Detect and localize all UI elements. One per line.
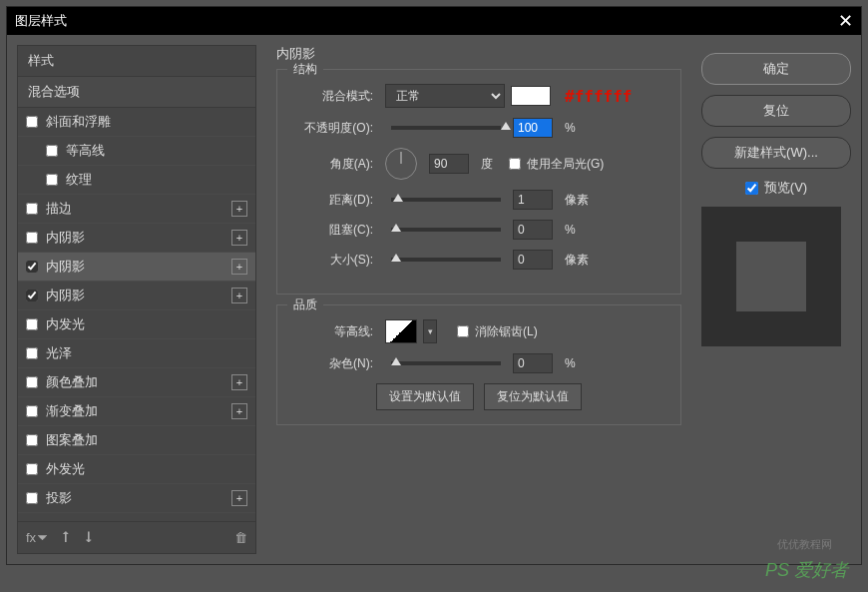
noise-slider[interactable]: [391, 361, 501, 365]
style-checkbox[interactable]: [26, 376, 38, 388]
style-checkbox[interactable]: [26, 492, 38, 504]
quality-fieldset: 品质 等高线: ▾ 消除锯齿(L) 杂色(N): % 设置为默认值: [276, 304, 681, 425]
style-checkbox[interactable]: [26, 203, 38, 215]
watermark-small: 优优教程网: [777, 537, 832, 552]
style-label: 投影: [46, 489, 72, 507]
blendmode-select[interactable]: 正常: [385, 84, 505, 108]
new-style-button[interactable]: 新建样式(W)...: [701, 137, 851, 169]
style-label: 描边: [46, 200, 72, 218]
move-up-icon[interactable]: 🠕: [59, 530, 72, 545]
watermark: PS 爱好者: [765, 558, 848, 582]
ok-button[interactable]: 确定: [701, 53, 851, 85]
style-item[interactable]: 内阴影+: [18, 253, 255, 282]
style-item[interactable]: 等高线: [18, 137, 255, 166]
opacity-slider[interactable]: [391, 126, 501, 130]
global-light-checkbox[interactable]: 使用全局光(G): [509, 156, 604, 173]
style-item[interactable]: 内阴影+: [18, 282, 255, 310]
size-label: 大小(S):: [293, 252, 373, 269]
style-item[interactable]: 光泽: [18, 339, 255, 368]
style-item[interactable]: 斜面和浮雕: [18, 108, 255, 137]
structure-label: 结构: [287, 61, 323, 78]
choke-slider[interactable]: [391, 228, 501, 232]
add-effect-icon[interactable]: +: [231, 288, 247, 303]
titlebar: 图层样式 ✕: [7, 7, 861, 35]
add-effect-icon[interactable]: +: [231, 201, 247, 217]
preview-swatch: [736, 242, 806, 311]
quality-label: 品质: [287, 296, 323, 313]
blending-options-header[interactable]: 混合选项: [18, 77, 255, 108]
fx-icon[interactable]: fx⏷: [26, 530, 49, 545]
angle-unit: 度: [481, 156, 493, 173]
add-effect-icon[interactable]: +: [231, 230, 247, 246]
style-label: 内阴影: [46, 258, 85, 276]
style-label: 内阴影: [46, 229, 85, 247]
style-label: 内阴影: [46, 287, 85, 304]
preview-box: [701, 207, 841, 346]
dialog-title: 图层样式: [15, 12, 67, 30]
angle-label: 角度(A):: [293, 156, 373, 173]
style-item[interactable]: 纹理: [18, 166, 255, 195]
style-label: 外发光: [46, 460, 85, 478]
style-checkbox[interactable]: [26, 318, 38, 330]
reset-default-button[interactable]: 复位为默认值: [484, 383, 582, 410]
style-label: 渐变叠加: [46, 402, 98, 420]
style-item[interactable]: 描边+: [18, 195, 255, 224]
size-slider[interactable]: [391, 258, 501, 262]
style-checkbox[interactable]: [26, 463, 38, 475]
noise-input[interactable]: [513, 353, 553, 373]
settings-panel: 内阴影 结构 混合模式: 正常 #ffffff 不透明度(O): % 角度(A)…: [266, 45, 691, 554]
color-annotation: #ffffff: [565, 87, 632, 106]
style-checkbox[interactable]: [26, 405, 38, 417]
preview-checkbox[interactable]: 预览(V): [701, 179, 851, 197]
add-effect-icon[interactable]: +: [231, 403, 247, 419]
style-label: 纹理: [66, 171, 92, 189]
styles-header[interactable]: 样式: [18, 46, 255, 77]
opacity-unit: %: [565, 121, 576, 135]
add-effect-icon[interactable]: +: [231, 374, 247, 390]
add-effect-icon[interactable]: +: [231, 259, 247, 275]
make-default-button[interactable]: 设置为默认值: [376, 383, 474, 410]
noise-unit: %: [565, 356, 576, 370]
style-checkbox[interactable]: [46, 145, 58, 157]
style-item[interactable]: 颜色叠加+: [18, 368, 255, 397]
style-item[interactable]: 渐变叠加+: [18, 397, 255, 426]
style-item[interactable]: 内阴影+: [18, 224, 255, 253]
size-input[interactable]: [513, 250, 553, 270]
style-label: 等高线: [66, 142, 105, 160]
style-checkbox[interactable]: [26, 290, 38, 301]
distance-slider[interactable]: [391, 198, 501, 202]
opacity-input[interactable]: [513, 118, 553, 138]
style-checkbox[interactable]: [26, 116, 38, 128]
style-checkbox[interactable]: [26, 434, 38, 446]
style-checkbox[interactable]: [26, 347, 38, 359]
style-label: 光泽: [46, 344, 72, 362]
style-label: 斜面和浮雕: [46, 113, 111, 131]
style-checkbox[interactable]: [26, 261, 38, 273]
style-item[interactable]: 外发光: [18, 455, 255, 484]
contour-label: 等高线:: [293, 323, 373, 340]
contour-swatch[interactable]: [385, 319, 417, 343]
contour-dropdown[interactable]: ▾: [423, 319, 437, 343]
style-checkbox[interactable]: [46, 174, 58, 186]
style-label: 内发光: [46, 315, 85, 333]
style-item[interactable]: 内发光: [18, 310, 255, 339]
style-checkbox[interactable]: [26, 232, 38, 244]
trash-icon[interactable]: 🗑: [234, 530, 247, 545]
cancel-button[interactable]: 复位: [701, 95, 851, 127]
angle-dial[interactable]: [385, 148, 417, 180]
move-down-icon[interactable]: 🠗: [82, 530, 95, 545]
style-label: 颜色叠加: [46, 373, 98, 391]
style-item[interactable]: 图案叠加: [18, 426, 255, 455]
layer-style-dialog: 图层样式 ✕ 样式 混合选项 斜面和浮雕等高线纹理描边+内阴影+内阴影+内阴影+…: [6, 6, 862, 565]
effect-title: 内阴影: [276, 45, 681, 63]
angle-input[interactable]: [429, 154, 469, 174]
color-swatch[interactable]: [511, 86, 551, 106]
style-label: 图案叠加: [46, 431, 98, 449]
structure-fieldset: 结构 混合模式: 正常 #ffffff 不透明度(O): % 角度(A):: [276, 69, 681, 295]
antialias-checkbox[interactable]: 消除锯齿(L): [457, 323, 538, 340]
style-item[interactable]: 投影+: [18, 484, 255, 513]
close-icon[interactable]: ✕: [838, 10, 853, 32]
distance-input[interactable]: [513, 190, 553, 210]
choke-input[interactable]: [513, 220, 553, 240]
add-effect-icon[interactable]: +: [231, 490, 247, 506]
